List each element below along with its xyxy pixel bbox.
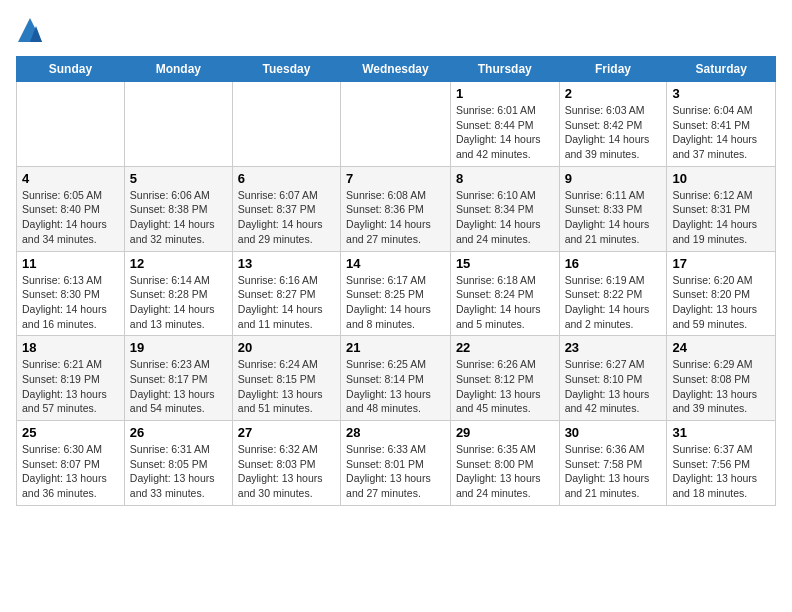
header-tuesday: Tuesday — [232, 57, 340, 82]
calendar-cell: 20Sunrise: 6:24 AM Sunset: 8:15 PM Dayli… — [232, 336, 340, 421]
calendar-week-row: 4Sunrise: 6:05 AM Sunset: 8:40 PM Daylig… — [17, 166, 776, 251]
day-number: 28 — [346, 425, 445, 440]
day-number: 26 — [130, 425, 227, 440]
day-info: Sunrise: 6:29 AM Sunset: 8:08 PM Dayligh… — [672, 357, 770, 416]
calendar-table: SundayMondayTuesdayWednesdayThursdayFrid… — [16, 56, 776, 506]
calendar-cell: 28Sunrise: 6:33 AM Sunset: 8:01 PM Dayli… — [341, 421, 451, 506]
calendar-week-row: 25Sunrise: 6:30 AM Sunset: 8:07 PM Dayli… — [17, 421, 776, 506]
day-number: 11 — [22, 256, 119, 271]
day-info: Sunrise: 6:17 AM Sunset: 8:25 PM Dayligh… — [346, 273, 445, 332]
day-number: 25 — [22, 425, 119, 440]
day-number: 7 — [346, 171, 445, 186]
day-info: Sunrise: 6:11 AM Sunset: 8:33 PM Dayligh… — [565, 188, 662, 247]
day-number: 21 — [346, 340, 445, 355]
day-info: Sunrise: 6:01 AM Sunset: 8:44 PM Dayligh… — [456, 103, 554, 162]
day-number: 16 — [565, 256, 662, 271]
day-info: Sunrise: 6:20 AM Sunset: 8:20 PM Dayligh… — [672, 273, 770, 332]
calendar-cell: 11Sunrise: 6:13 AM Sunset: 8:30 PM Dayli… — [17, 251, 125, 336]
calendar-week-row: 18Sunrise: 6:21 AM Sunset: 8:19 PM Dayli… — [17, 336, 776, 421]
logo — [16, 16, 48, 44]
day-number: 4 — [22, 171, 119, 186]
day-info: Sunrise: 6:13 AM Sunset: 8:30 PM Dayligh… — [22, 273, 119, 332]
day-info: Sunrise: 6:04 AM Sunset: 8:41 PM Dayligh… — [672, 103, 770, 162]
day-number: 9 — [565, 171, 662, 186]
day-number: 10 — [672, 171, 770, 186]
day-info: Sunrise: 6:32 AM Sunset: 8:03 PM Dayligh… — [238, 442, 335, 501]
calendar-cell: 25Sunrise: 6:30 AM Sunset: 8:07 PM Dayli… — [17, 421, 125, 506]
calendar-cell: 16Sunrise: 6:19 AM Sunset: 8:22 PM Dayli… — [559, 251, 667, 336]
day-number: 24 — [672, 340, 770, 355]
calendar-cell: 6Sunrise: 6:07 AM Sunset: 8:37 PM Daylig… — [232, 166, 340, 251]
day-info: Sunrise: 6:26 AM Sunset: 8:12 PM Dayligh… — [456, 357, 554, 416]
day-info: Sunrise: 6:30 AM Sunset: 8:07 PM Dayligh… — [22, 442, 119, 501]
day-number: 8 — [456, 171, 554, 186]
day-info: Sunrise: 6:35 AM Sunset: 8:00 PM Dayligh… — [456, 442, 554, 501]
day-info: Sunrise: 6:16 AM Sunset: 8:27 PM Dayligh… — [238, 273, 335, 332]
header-monday: Monday — [124, 57, 232, 82]
page-header — [16, 16, 776, 44]
calendar-cell — [17, 82, 125, 167]
day-number: 20 — [238, 340, 335, 355]
day-info: Sunrise: 6:06 AM Sunset: 8:38 PM Dayligh… — [130, 188, 227, 247]
header-thursday: Thursday — [450, 57, 559, 82]
day-number: 19 — [130, 340, 227, 355]
day-number: 1 — [456, 86, 554, 101]
day-number: 17 — [672, 256, 770, 271]
day-number: 27 — [238, 425, 335, 440]
day-info: Sunrise: 6:10 AM Sunset: 8:34 PM Dayligh… — [456, 188, 554, 247]
day-info: Sunrise: 6:05 AM Sunset: 8:40 PM Dayligh… — [22, 188, 119, 247]
calendar-cell: 22Sunrise: 6:26 AM Sunset: 8:12 PM Dayli… — [450, 336, 559, 421]
day-info: Sunrise: 6:14 AM Sunset: 8:28 PM Dayligh… — [130, 273, 227, 332]
calendar-cell — [124, 82, 232, 167]
calendar-cell: 5Sunrise: 6:06 AM Sunset: 8:38 PM Daylig… — [124, 166, 232, 251]
calendar-header-row: SundayMondayTuesdayWednesdayThursdayFrid… — [17, 57, 776, 82]
day-info: Sunrise: 6:33 AM Sunset: 8:01 PM Dayligh… — [346, 442, 445, 501]
calendar-cell: 26Sunrise: 6:31 AM Sunset: 8:05 PM Dayli… — [124, 421, 232, 506]
calendar-cell: 29Sunrise: 6:35 AM Sunset: 8:00 PM Dayli… — [450, 421, 559, 506]
calendar-cell: 4Sunrise: 6:05 AM Sunset: 8:40 PM Daylig… — [17, 166, 125, 251]
day-number: 30 — [565, 425, 662, 440]
day-info: Sunrise: 6:23 AM Sunset: 8:17 PM Dayligh… — [130, 357, 227, 416]
header-wednesday: Wednesday — [341, 57, 451, 82]
calendar-cell: 23Sunrise: 6:27 AM Sunset: 8:10 PM Dayli… — [559, 336, 667, 421]
calendar-cell: 21Sunrise: 6:25 AM Sunset: 8:14 PM Dayli… — [341, 336, 451, 421]
day-info: Sunrise: 6:18 AM Sunset: 8:24 PM Dayligh… — [456, 273, 554, 332]
day-number: 15 — [456, 256, 554, 271]
calendar-cell: 27Sunrise: 6:32 AM Sunset: 8:03 PM Dayli… — [232, 421, 340, 506]
day-number: 2 — [565, 86, 662, 101]
day-info: Sunrise: 6:08 AM Sunset: 8:36 PM Dayligh… — [346, 188, 445, 247]
day-number: 29 — [456, 425, 554, 440]
day-number: 12 — [130, 256, 227, 271]
day-info: Sunrise: 6:03 AM Sunset: 8:42 PM Dayligh… — [565, 103, 662, 162]
calendar-cell: 1Sunrise: 6:01 AM Sunset: 8:44 PM Daylig… — [450, 82, 559, 167]
calendar-cell: 31Sunrise: 6:37 AM Sunset: 7:56 PM Dayli… — [667, 421, 776, 506]
day-number: 5 — [130, 171, 227, 186]
calendar-cell: 3Sunrise: 6:04 AM Sunset: 8:41 PM Daylig… — [667, 82, 776, 167]
day-info: Sunrise: 6:19 AM Sunset: 8:22 PM Dayligh… — [565, 273, 662, 332]
calendar-cell: 17Sunrise: 6:20 AM Sunset: 8:20 PM Dayli… — [667, 251, 776, 336]
day-info: Sunrise: 6:27 AM Sunset: 8:10 PM Dayligh… — [565, 357, 662, 416]
calendar-cell: 8Sunrise: 6:10 AM Sunset: 8:34 PM Daylig… — [450, 166, 559, 251]
calendar-cell — [232, 82, 340, 167]
day-info: Sunrise: 6:36 AM Sunset: 7:58 PM Dayligh… — [565, 442, 662, 501]
calendar-cell: 14Sunrise: 6:17 AM Sunset: 8:25 PM Dayli… — [341, 251, 451, 336]
calendar-cell: 12Sunrise: 6:14 AM Sunset: 8:28 PM Dayli… — [124, 251, 232, 336]
header-friday: Friday — [559, 57, 667, 82]
calendar-cell — [341, 82, 451, 167]
day-number: 18 — [22, 340, 119, 355]
calendar-cell: 10Sunrise: 6:12 AM Sunset: 8:31 PM Dayli… — [667, 166, 776, 251]
calendar-cell: 7Sunrise: 6:08 AM Sunset: 8:36 PM Daylig… — [341, 166, 451, 251]
calendar-cell: 9Sunrise: 6:11 AM Sunset: 8:33 PM Daylig… — [559, 166, 667, 251]
day-number: 22 — [456, 340, 554, 355]
calendar-cell: 24Sunrise: 6:29 AM Sunset: 8:08 PM Dayli… — [667, 336, 776, 421]
day-info: Sunrise: 6:12 AM Sunset: 8:31 PM Dayligh… — [672, 188, 770, 247]
day-info: Sunrise: 6:25 AM Sunset: 8:14 PM Dayligh… — [346, 357, 445, 416]
calendar-cell: 15Sunrise: 6:18 AM Sunset: 8:24 PM Dayli… — [450, 251, 559, 336]
logo-icon — [16, 16, 44, 44]
calendar-cell: 18Sunrise: 6:21 AM Sunset: 8:19 PM Dayli… — [17, 336, 125, 421]
day-number: 14 — [346, 256, 445, 271]
calendar-cell: 19Sunrise: 6:23 AM Sunset: 8:17 PM Dayli… — [124, 336, 232, 421]
calendar-week-row: 11Sunrise: 6:13 AM Sunset: 8:30 PM Dayli… — [17, 251, 776, 336]
calendar-cell: 30Sunrise: 6:36 AM Sunset: 7:58 PM Dayli… — [559, 421, 667, 506]
day-info: Sunrise: 6:37 AM Sunset: 7:56 PM Dayligh… — [672, 442, 770, 501]
